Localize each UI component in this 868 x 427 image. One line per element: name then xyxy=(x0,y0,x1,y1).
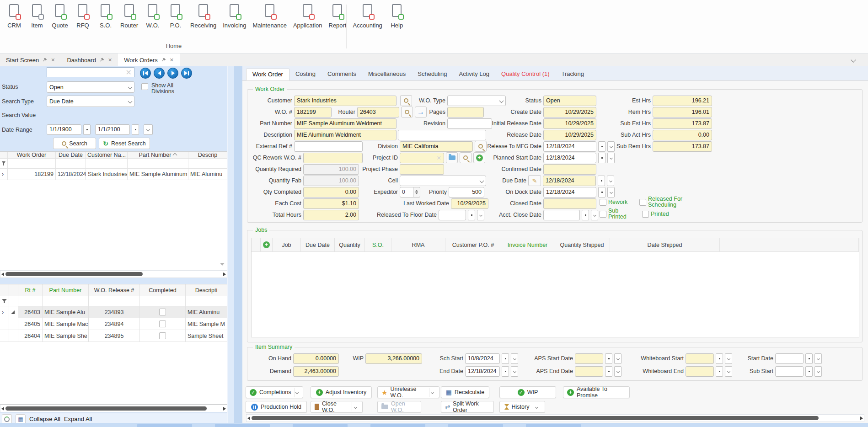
completed-checkbox[interactable] xyxy=(159,309,166,315)
rem-hrs-field[interactable]: 196.01 xyxy=(653,107,712,117)
demand-field[interactable]: 2,463.00000 xyxy=(293,366,339,377)
date-range-dropdown-button[interactable] xyxy=(144,124,153,135)
window-tab-work-orders[interactable]: Work Orders✕ xyxy=(118,53,180,66)
column-header-customer-na[interactable]: Customer Na... xyxy=(86,152,128,159)
completed-checkbox[interactable] xyxy=(159,332,166,339)
tab-activity-log[interactable]: Activity Log xyxy=(453,69,495,80)
scrollbar-thumb[interactable] xyxy=(5,272,143,276)
row-handle[interactable] xyxy=(0,330,9,342)
search-type-dropdown[interactable]: Due Date xyxy=(47,96,134,107)
date-picker-button[interactable] xyxy=(716,353,723,364)
rework-checkbox[interactable] xyxy=(600,199,606,206)
filter-icon-cell[interactable] xyxy=(0,296,9,306)
filter-cell[interactable] xyxy=(43,296,89,306)
description2-field[interactable] xyxy=(398,130,486,140)
part-number-field[interactable]: MIE Sample Aluminum Weldment xyxy=(294,118,396,129)
scroll-right-icon[interactable] xyxy=(860,416,863,420)
unrelease-w-o-button[interactable]: ★Unrelease W.O. xyxy=(377,386,439,398)
date-dropdown-button[interactable] xyxy=(814,366,822,377)
filter-cell[interactable] xyxy=(56,159,86,169)
scrollbar-thumb[interactable] xyxy=(252,416,819,420)
column-header-w-o-release[interactable]: W.O. Release # xyxy=(89,284,140,296)
date-dropdown-button[interactable] xyxy=(591,210,598,220)
next-record-button[interactable] xyxy=(167,68,178,79)
aps-end-field[interactable] xyxy=(575,366,603,377)
filter-icon-cell[interactable] xyxy=(0,159,8,169)
ribbon-item-s-o[interactable]: S.O. xyxy=(94,4,117,29)
ribbon-item-invoicing[interactable]: Invoicing xyxy=(220,4,249,29)
customer-field[interactable]: Stark Industries xyxy=(294,96,396,106)
jobs-column-customer-p-o[interactable]: Customer P.O. # xyxy=(445,238,501,252)
each-cost-field[interactable]: $1.10 xyxy=(303,198,359,209)
row-expander-icon[interactable]: › xyxy=(0,169,8,180)
whiteboard-start-field[interactable] xyxy=(686,353,714,364)
jobs-column-rma[interactable]: RMA xyxy=(391,238,445,252)
sub-rem-hrs-field[interactable]: 173.87 xyxy=(653,141,712,152)
ribbon-item-router[interactable]: Router xyxy=(117,4,141,29)
tab-list-chevron-icon[interactable] xyxy=(851,57,856,62)
external-ref-field[interactable] xyxy=(294,141,363,152)
status-dropdown[interactable]: Open xyxy=(47,81,134,93)
completions-button[interactable]: ✓Completions xyxy=(246,386,303,398)
first-record-button[interactable] xyxy=(140,68,151,79)
wo-number-field[interactable]: 182199 xyxy=(294,107,332,117)
clear-icon[interactable]: ✕ xyxy=(126,68,132,77)
table-row[interactable]: 26405MIE Sample Mac234894MIE Sample M xyxy=(0,318,227,330)
initial-release-date-field[interactable]: 10/29/2025 xyxy=(543,118,596,129)
date-picker-button[interactable] xyxy=(805,353,813,364)
date-picker-button[interactable] xyxy=(502,366,509,377)
end-date-field[interactable]: 12/18/2024 xyxy=(465,366,500,377)
jobs-column-due-date[interactable]: Due Date xyxy=(301,238,335,252)
date-range-from-field[interactable]: 1/1/1900 xyxy=(47,124,81,135)
panel-divider[interactable] xyxy=(234,66,242,427)
date-dropdown-button[interactable] xyxy=(814,353,822,364)
table-row[interactable]: ›26403MIE Sample Alu234893MIE Aluminu xyxy=(0,306,227,318)
dropdown-caret[interactable] xyxy=(429,388,435,397)
filter-cell[interactable] xyxy=(140,296,186,306)
table-row[interactable]: 26404MIE Sample She234895Sample Sheet xyxy=(0,330,227,342)
date-picker-button[interactable] xyxy=(468,210,475,220)
release-to-mfg-field[interactable]: 12/18/2024 xyxy=(543,141,596,152)
create-date-field[interactable]: 10/29/2025 xyxy=(543,107,596,117)
window-tab-start-screen[interactable]: Start Screen✕ xyxy=(0,53,61,66)
wip-field[interactable]: 3,266.00000 xyxy=(365,353,422,364)
date-picker-button[interactable] xyxy=(502,353,509,364)
ribbon-item-maintenance[interactable]: Maintenance xyxy=(249,4,289,29)
status-field[interactable]: Open xyxy=(543,96,596,106)
closed-date-field[interactable] xyxy=(543,198,596,209)
date-to-picker-button[interactable] xyxy=(132,124,139,135)
close-icon[interactable]: ✕ xyxy=(108,57,112,63)
router-field[interactable]: 26403 xyxy=(357,107,399,117)
qty-completed-field[interactable]: 0.00 xyxy=(303,187,359,197)
column-header-completed[interactable]: Completed xyxy=(140,284,186,296)
filter-cell[interactable] xyxy=(8,159,56,169)
scroll-left-icon[interactable] xyxy=(1,272,4,276)
date-picker-button[interactable] xyxy=(716,366,723,377)
start-date-field[interactable] xyxy=(775,353,804,364)
column-header-due-date[interactable]: Due Date xyxy=(56,152,86,159)
available-to-promise-button[interactable]: +Available To Promise xyxy=(563,386,630,398)
release-date-field[interactable]: 10/29/2025 xyxy=(543,130,596,140)
pin-icon[interactable] xyxy=(43,57,47,64)
project-phase-field[interactable] xyxy=(400,164,444,175)
row-expander-icon[interactable] xyxy=(9,306,18,318)
date-from-picker-button[interactable] xyxy=(83,124,91,135)
date-dropdown-button[interactable] xyxy=(511,353,518,364)
row-expander-icon[interactable] xyxy=(9,330,18,342)
acct-close-field[interactable] xyxy=(543,210,580,220)
filter-cell[interactable] xyxy=(9,296,18,306)
column-header-descripti[interactable]: Descripti xyxy=(186,284,227,296)
ribbon-item-p-o[interactable]: P.O. xyxy=(164,4,187,29)
date-range-to-field[interactable]: 1/1/2100 xyxy=(95,124,130,135)
clear-icon[interactable]: ✕ xyxy=(437,155,441,161)
due-date-edit-button[interactable]: ✎ xyxy=(528,175,541,186)
tab-tracking[interactable]: Tracking xyxy=(556,69,590,80)
printed-checkbox[interactable] xyxy=(642,211,649,218)
table-row[interactable]: ›18219912/18/2024Stark IndustriesMIE Sam… xyxy=(0,169,227,180)
filter-cell[interactable] xyxy=(18,296,43,306)
history-button[interactable]: History xyxy=(499,401,545,413)
last-record-button[interactable] xyxy=(181,68,192,79)
column-header-work-order[interactable]: Work Order xyxy=(8,152,56,159)
released-for-scheduling-checkbox[interactable] xyxy=(639,199,646,206)
jobs-column-invoice-number[interactable]: Invoice Number xyxy=(501,238,554,252)
